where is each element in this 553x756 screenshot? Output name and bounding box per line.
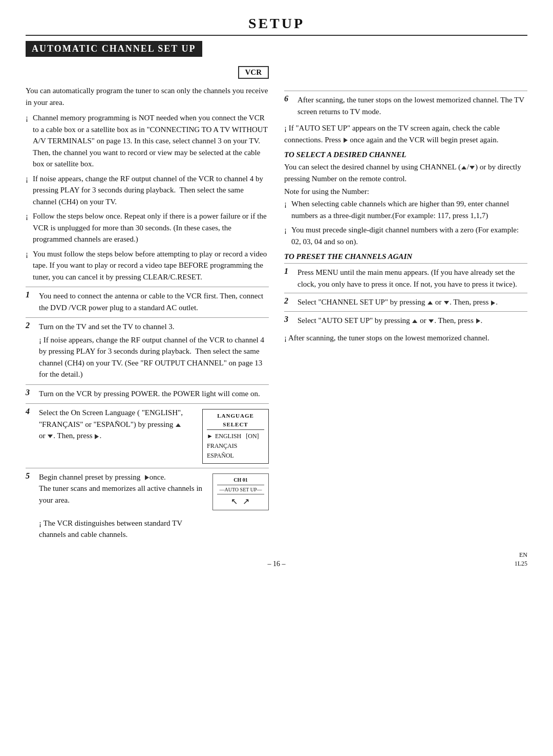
up-arrow-icon [428, 301, 433, 305]
step-3: 3 Turn on the VCR by pressing POWER. the… [26, 384, 269, 403]
right-step-3: 3 Select "AUTO SET UP" by pressing or . … [284, 311, 527, 329]
up-arrow-icon [176, 423, 181, 427]
step-content: Press MENU until the main menu appears. … [297, 267, 527, 290]
right-column: 6 After scanning, the tuner stops on the… [284, 66, 527, 545]
step-2: 2 Turn on the TV and set the TV to chann… [26, 317, 269, 383]
list-item: When selecting cable channels which are … [284, 198, 527, 221]
lang-english-label: ENGLISH [ON] [215, 431, 259, 441]
down-arrow-icon [470, 166, 475, 169]
bullet-marker: ¡ [39, 519, 41, 527]
note-bullets: When selecting cable channels which are … [284, 198, 527, 247]
note-label: Note for using the Number: [284, 187, 527, 196]
play-arrow-icon [145, 475, 149, 480]
step-content: Select "AUTO SET UP" by pressing or . Th… [297, 315, 527, 327]
code-1l25: 1L25 [515, 560, 527, 567]
up-arrow-icon [461, 166, 466, 169]
step-number: 1 [284, 267, 293, 276]
step-1: 1 You need to connect the antenna or cab… [26, 287, 269, 316]
step-number: 5 [26, 471, 35, 481]
after-step6-note: ¡ If "AUTO SET UP" appears on the TV scr… [284, 122, 527, 145]
page-number: – 16 – [26, 560, 527, 568]
step-content: Select "CHANNEL SET UP" by pressing or .… [297, 296, 527, 308]
step-number: 3 [26, 388, 35, 397]
step-number: 3 [284, 315, 293, 324]
to-select-heading: TO SELECT A DESIRED CHANNEL [284, 150, 527, 159]
step-number: 4 [26, 407, 35, 416]
list-item: You must precede single-digit channel nu… [284, 224, 527, 247]
bullet-marker: ¡ [284, 334, 287, 342]
auto-setup-label: —AUTO SET UP— [217, 485, 264, 494]
step-content: Begin channel preset by pressing once. T… [39, 471, 269, 541]
step-content: Turn on the VCR by pressing POWER. the P… [39, 388, 269, 400]
step-number: 6 [284, 94, 293, 103]
down-arrow-icon [444, 301, 449, 305]
play-arrow-icon [344, 138, 348, 143]
step-content: Turn on the TV and set the TV to channel… [39, 321, 175, 333]
page-footer: – 16 – EN 1L25 [26, 560, 527, 568]
lang-arrow-icon: ► [207, 431, 213, 441]
autosetup-arrows: ↖ ↗ [217, 495, 264, 508]
step-4-text: Select the On Screen Language ( "ENGLISH… [39, 407, 197, 442]
section-heading: AUTOMATIC CHANNEL SET UP [26, 41, 202, 57]
lang-espanol: ESPAÑOL [207, 451, 264, 461]
code-en: EN [519, 551, 527, 558]
intro-text: You can automatically program the tuner … [26, 85, 269, 108]
vcr-badge: VCR [238, 66, 269, 79]
left-bullets: Channel memory programming is NOT needed… [26, 112, 269, 283]
play-arrow-icon [491, 300, 495, 306]
lang-select-title: LANGUAGE SELECT [207, 412, 264, 430]
to-preset-heading: TO PRESET THE CHANNELS AGAIN [284, 252, 527, 261]
step-4: 4 Select the On Screen Language ( "ENGLI… [26, 403, 269, 467]
step-6: 6 After scanning, the tuner stops on the… [284, 91, 527, 119]
down-arrow-icon [48, 435, 53, 438]
final-note: ¡ After scanning, the tuner stops on the… [284, 332, 527, 344]
to-select-text: You can select the desired channel by us… [284, 161, 527, 184]
step-number: 2 [284, 296, 293, 306]
play-arrow-icon [476, 318, 480, 323]
left-column: VCR You can automatically program the tu… [26, 66, 269, 545]
step-5-text: Begin channel preset by pressing once. T… [39, 471, 207, 541]
down-arrow-icon [429, 319, 434, 323]
right-step-1: 1 Press MENU until the main menu appears… [284, 263, 527, 292]
step-content: After scanning, the tuner stops on the l… [297, 94, 527, 117]
step-number: 2 [26, 321, 35, 330]
play-arrow-icon [95, 434, 99, 439]
autosetup-display: CH 01 —AUTO SET UP— ↖ ↗ [212, 473, 269, 510]
ch-label: CH 01 [217, 476, 264, 484]
list-item: You must follow the steps below before a… [26, 248, 269, 283]
step-sub-content: ¡ If noise appears, change the RF output… [26, 334, 269, 380]
bullet-marker: ¡ [39, 336, 41, 344]
page-code: EN 1L25 [515, 551, 527, 568]
step-content: Select the On Screen Language ( "ENGLISH… [39, 407, 269, 464]
lang-francais: FRANÇAIS [207, 441, 264, 451]
list-item: Channel memory programming is NOT needed… [26, 112, 269, 170]
language-select-box: LANGUAGE SELECT ► ENGLISH [ON] FRANÇAIS … [202, 409, 269, 464]
step-number: 1 [26, 290, 35, 299]
list-item: If noise appears, change the RF output c… [26, 173, 269, 208]
step-5: 5 Begin channel preset by pressing once.… [26, 468, 269, 544]
bullet-marker: ¡ [284, 124, 287, 132]
up-arrow-icon [412, 319, 417, 323]
lang-english: ► ENGLISH [ON] [207, 431, 264, 441]
step-content: You need to connect the antenna or cable… [39, 290, 269, 313]
left-steps: 1 You need to connect the antenna or cab… [26, 287, 269, 544]
list-item: Follow the steps below once. Repeat only… [26, 210, 269, 245]
page-title: SETUP [26, 15, 527, 36]
right-step-2: 2 Select "CHANNEL SET UP" by pressing or… [284, 293, 527, 310]
